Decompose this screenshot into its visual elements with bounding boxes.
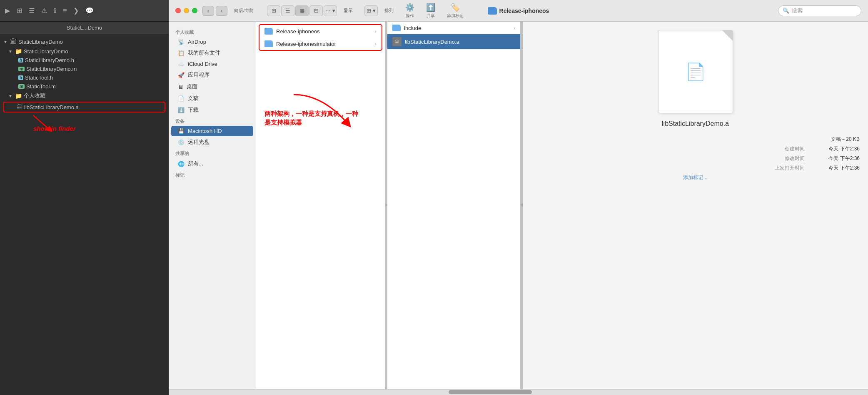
meta-type-value: 文稿－20 KB (810, 136, 860, 143)
lib-file-icon: 🏛 (392, 37, 402, 46)
col-item-lib-selected[interactable]: 🏛 libStaticLibraryDemo.a (387, 34, 520, 49)
m-file-badge-2: m (18, 84, 25, 89)
gallery-view-btn[interactable]: ⊟ (309, 5, 323, 16)
folder-icon-iphoneos (264, 28, 273, 35)
xcode-icon-2[interactable]: ⊞ (17, 7, 22, 15)
meta-created-value: 今天 下午2:36 (810, 145, 860, 152)
search-box[interactable]: 🔍 搜索 (778, 5, 861, 16)
sidebar-item-downloads[interactable]: ⬇️ 下载 (171, 104, 253, 116)
sidebar-item-lib-file[interactable]: 🏛 libStaticLibraryDemo.a (4, 102, 165, 112)
release-iphoneos-left: Release-iphoneos (264, 28, 320, 35)
meta-last-open-label: 上次打开时间 (775, 165, 805, 172)
tags-section-title: 标记 (169, 170, 256, 180)
h-file-badge: h (18, 58, 23, 62)
sidebar-file-label: StaticLibraryDemo.h (25, 57, 74, 63)
xcode-icon-5[interactable]: ℹ (54, 7, 56, 15)
scrollbar-thumb[interactable] (449, 390, 532, 394)
column-view-btn[interactable]: ▦ (295, 5, 309, 16)
xcode-icon-4[interactable]: ⚠ (41, 7, 47, 15)
sidebar-folder-label: StaticLibraryDemo (24, 48, 68, 55)
xcode-icon-1[interactable]: ▶ (5, 7, 10, 15)
finder-sidebar: 个人收藏 📡 AirDrop 📋 我的所有文件 ☁️ iCloud Drive … (169, 22, 256, 389)
share-label: 共享 (427, 13, 435, 19)
sidebar-item-macintosh-hd[interactable]: 💾 Macintosh HD (171, 126, 253, 136)
meta-modified-value: 今天 下午2:36 (810, 155, 860, 162)
folder-icon-include (392, 25, 401, 31)
sidebar-item-m-file-1[interactable]: m StaticLibraryDemo.m (0, 65, 169, 73)
cloud-icon: ☁️ (178, 61, 185, 67)
sidebar-item-staticlibrary-folder[interactable]: ▼ 📁 StaticLibraryDemo (0, 47, 169, 56)
sidebar-item-h-file-1[interactable]: h StaticLibraryDemo.h (0, 56, 169, 65)
action-label: 操作 (406, 13, 414, 19)
sidebar-file-label-4: StaticTool.m (26, 83, 56, 90)
airdrop-label: AirDrop (188, 39, 206, 45)
share-group[interactable]: ⬆️ 共享 (426, 3, 435, 19)
cd-icon: 💿 (178, 139, 185, 145)
minimize-button[interactable] (184, 8, 189, 13)
xcode-icon-3[interactable]: ☰ (29, 7, 35, 15)
sort-label: 排列 (384, 8, 394, 14)
xcode-icon-8[interactable]: 💬 (85, 7, 94, 15)
view-options-btn[interactable]: ⋯ ▾ (324, 5, 337, 16)
all-files-icon: 📋 (178, 50, 185, 56)
sidebar-item-docs[interactable]: 📄 文稿 (171, 92, 253, 104)
add-tag-link[interactable]: 添加标记... (683, 175, 707, 180)
sort-btn[interactable]: ⊞ ▾ (364, 5, 378, 16)
traffic-lights (175, 8, 197, 13)
include-left: include (392, 25, 421, 31)
col-item-include[interactable]: include › (387, 22, 520, 34)
docs-label: 文稿 (188, 95, 199, 102)
sidebar-item-all-files[interactable]: 📋 我的所有文件 (171, 47, 253, 59)
list-view-btn[interactable]: ☰ (281, 5, 294, 16)
folder-icon-2: 📁 (15, 92, 22, 99)
finder-window: ‹ › 向后/向前 ⊞ ☰ ▦ ⊟ ⋯ ▾ 显示 ⊞ ▾ 排列 ⚙️ 操作 ⬆️… (169, 0, 868, 395)
col-item-release-iphoneos[interactable]: Release-iphoneos › (259, 25, 382, 38)
sidebar-item-m-file-2[interactable]: m StaticTool.m (0, 82, 169, 91)
sidebar-item-apps[interactable]: 🚀 应用程序 (171, 69, 253, 81)
sidebar-item-products[interactable]: ▼ 📁 个人收藏 (0, 91, 169, 101)
sidebar-item-airdrop[interactable]: 📡 AirDrop (171, 37, 253, 47)
action-group[interactable]: ⚙️ 操作 (405, 3, 414, 19)
sidebar-item-root-group[interactable]: ▼ 🏛 StaticLibraryDemo (0, 37, 169, 47)
sidebar-file-label-2: StaticLibraryDemo.m (26, 66, 77, 72)
finder-scrollbar[interactable] (169, 389, 868, 395)
finder-nav: ‹ › (202, 6, 227, 16)
sidebar-item-h-file-2[interactable]: h StaticTool.h (0, 73, 169, 82)
close-button[interactable] (175, 8, 181, 13)
xcode-panel: ▶ ⊞ ☰ ⚠ ℹ ≡ ❯ 💬 StaticL...Demo ▼ 🏛 Stati… (0, 0, 169, 395)
col1-arrow-svg (281, 86, 373, 136)
lib-selected-label: libStaticLibraryDemo.a (405, 39, 459, 45)
nav-label: 向后/向前 (234, 8, 254, 14)
col-item-release-simulator[interactable]: Release-iphonesimulator › (259, 38, 382, 50)
include-label: include (404, 25, 421, 31)
icon-view-btn[interactable]: ⊞ (267, 5, 280, 16)
icloud-label: iCloud Drive (188, 61, 217, 67)
doc-preview-icon: 📄 (685, 62, 706, 82)
macintosh-hd-label: Macintosh HD (188, 128, 222, 134)
show-in-finder-annotation: show in finder (33, 125, 76, 132)
back-button[interactable]: ‹ (202, 6, 214, 16)
sidebar-item-desktop[interactable]: 🖥 桌面 (171, 81, 253, 92)
sidebar-item-all-shared[interactable]: 🌐 所有... (171, 158, 253, 170)
forward-button[interactable]: › (216, 6, 227, 16)
folder-title-icon (488, 7, 497, 15)
xcode-file-navigator: ▼ 🏛 StaticLibraryDemo ▼ 📁 StaticLibraryD… (0, 34, 169, 395)
sidebar-item-icloud[interactable]: ☁️ iCloud Drive (171, 59, 253, 69)
maximize-button[interactable] (192, 8, 197, 13)
sidebar-products-label: 个人收藏 (24, 92, 45, 100)
xcode-title: StaticL...Demo (0, 22, 169, 34)
column-2: include › 🏛 libStaticLibraryDemo.a (387, 22, 521, 389)
devices-section-title: 设备 (169, 116, 256, 126)
preview-meta: 文稿－20 KB 创建时间 今天 下午2:36 修改时间 今天 下午2:36 上… (531, 136, 860, 181)
display-label: 显示 (344, 8, 353, 14)
tag-group[interactable]: 🏷️ 添加标记 (447, 3, 464, 19)
globe-icon: 🌐 (178, 161, 185, 167)
sort-group: ⊞ ▾ (364, 5, 378, 16)
xcode-icon-7[interactable]: ❯ (73, 7, 79, 15)
meta-created-label: 创建时间 (785, 145, 805, 152)
docs-icon: 📄 (178, 95, 185, 102)
share-icon: ⬆️ (426, 3, 435, 12)
lib-file-red-box: 🏛 libStaticLibraryDemo.a (3, 102, 165, 112)
xcode-icon-6[interactable]: ≡ (63, 7, 67, 15)
sidebar-item-remote-cd[interactable]: 💿 远程光盘 (171, 136, 253, 148)
